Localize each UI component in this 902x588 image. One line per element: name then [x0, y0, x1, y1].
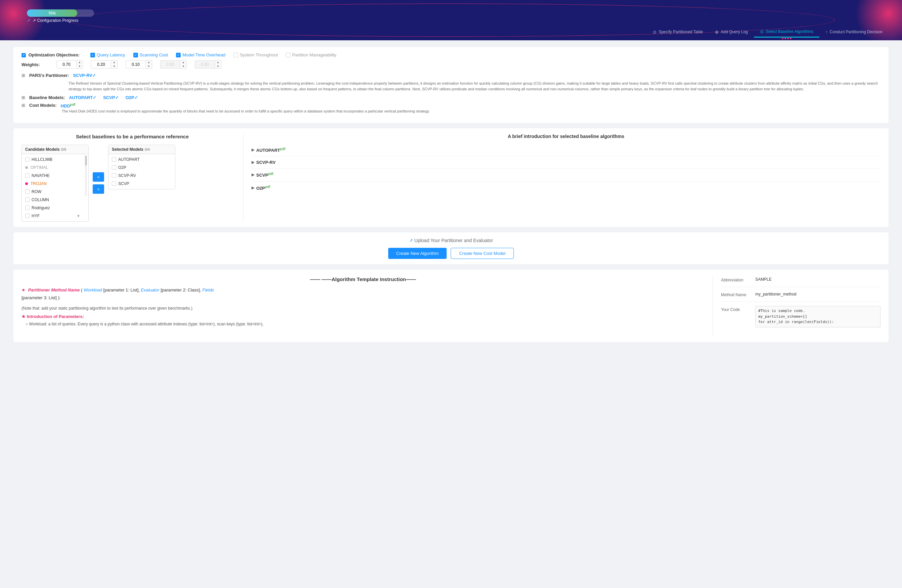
- pars-value: SCVP-RV✓: [73, 73, 96, 78]
- pm-label: Partition Manageability: [292, 52, 337, 58]
- candidate-optimal[interactable]: OPTIMAL: [22, 164, 84, 172]
- autopart-intro-label: AUTOPARTpdf: [256, 147, 285, 153]
- intro-o2p[interactable]: ▶ O2Ppdf: [252, 182, 880, 194]
- weight-2-up[interactable]: ▲: [111, 61, 117, 64]
- o2p-chevron: ▶: [252, 186, 254, 190]
- selection-title: Select baselines to be a performance ref…: [22, 134, 243, 139]
- selected-o2p[interactable]: O2P: [108, 164, 175, 172]
- column-check: [25, 197, 30, 202]
- sel-scvprv-label: SCVP-RV: [118, 173, 136, 178]
- rodriguez-check: [25, 205, 30, 210]
- row-check: [25, 189, 30, 194]
- candidate-list: HILLCLIMB OPTIMAL NAVATHE: [22, 154, 84, 221]
- algo-params-title: ★ Introduction of Parameters:: [22, 314, 705, 319]
- baseline-label: Baseline Models:: [29, 95, 65, 100]
- optimal-dot-circle: [25, 166, 28, 169]
- abbreviation-row: Abbreviation SAMPLE: [721, 276, 880, 287]
- hyf-check: [25, 214, 30, 218]
- nav-step-baseline[interactable]: ◎ Select Baseline Algorithms: [754, 26, 819, 38]
- nav-step-specify[interactable]: ⊙ Specify Partitioned Table: [647, 27, 709, 37]
- create-algorithm-button[interactable]: Create New Algorithm: [388, 248, 446, 259]
- hdd-sup: pdf: [70, 103, 75, 106]
- candidate-trojan[interactable]: TROJAN: [22, 180, 84, 188]
- cost-hdd: HDDpdf: [61, 103, 75, 108]
- scroll-track: [85, 155, 87, 196]
- algo-param-desc: ○ Workload: a list of queries. Every que…: [25, 321, 705, 327]
- weight-3-down[interactable]: ▼: [146, 64, 152, 69]
- navathe-check: [25, 173, 30, 178]
- ql-label: Query Latency: [97, 52, 125, 58]
- dot3: [787, 38, 789, 39]
- candidate-hillclimb[interactable]: HILLCLIMB: [22, 155, 84, 164]
- transfer-left-btn[interactable]: <: [93, 172, 104, 182]
- weight-2-input[interactable]: [91, 61, 111, 69]
- selected-models-box: Selected Models 0/4 AUTOPART O2P: [108, 145, 175, 189]
- param3-text: [parameter 3: List] ):: [22, 295, 60, 300]
- rodriguez-label: Rodriguez: [31, 205, 50, 210]
- create-cost-model-button[interactable]: Create New Cost Model: [451, 248, 514, 259]
- weight-1-input[interactable]: [56, 61, 77, 69]
- weights-label: Weights:: [22, 62, 49, 67]
- weight-2-down[interactable]: ▼: [111, 64, 117, 69]
- navathe-label: NAVATHE: [31, 173, 50, 178]
- intro-scvp[interactable]: ▶ SCVPpdf: [252, 169, 880, 181]
- objectives-label: ✓ Optimization Objectives:: [22, 52, 80, 58]
- selected-scvp[interactable]: SCVP: [108, 180, 175, 188]
- selected-autopart[interactable]: AUTOPART: [108, 155, 175, 164]
- method-name-row: Method Name my_partitioner_method: [721, 291, 880, 302]
- sel-scvp-check: [112, 181, 116, 186]
- candidate-column[interactable]: COLUMN: [22, 196, 84, 204]
- scvp-intro-label: SCVPpdf: [256, 172, 273, 178]
- signature-paren: (: [81, 288, 84, 292]
- intro-autopart[interactable]: ▶ AUTOPARTpdf: [252, 144, 880, 156]
- weight-1-up[interactable]: ▲: [77, 61, 83, 64]
- transfer-right-btn[interactable]: >: [93, 185, 104, 194]
- weight-5-input: [195, 61, 215, 69]
- algo-right-panel: Abbreviation SAMPLE Method Name my_parti…: [713, 276, 880, 335]
- objective-model-time[interactable]: ✓ Model Time Overhead: [176, 52, 226, 58]
- specify-icon: ⊙: [653, 30, 656, 34]
- weight-5-up: ▲: [215, 61, 221, 64]
- method-label: Method Name: [721, 291, 751, 297]
- candidate-row[interactable]: ROW: [22, 188, 84, 196]
- sel-autopart-check: [112, 157, 116, 161]
- dash-left: ——: [310, 276, 320, 282]
- algo-template-title: —— ——Algorithm Template Instruction——: [22, 276, 705, 282]
- abbrev-label: Abbreviation: [721, 276, 751, 282]
- candidate-label: Candidate Models: [25, 147, 60, 152]
- dot1: [782, 38, 783, 39]
- fields-keyword: Fields: [202, 288, 214, 292]
- code-area[interactable]: #This is sample code. my_partition_schem…: [755, 306, 880, 327]
- weight-3-up[interactable]: ▲: [146, 61, 152, 64]
- intro-scvp-rv[interactable]: ▶ SCVP-RV: [252, 156, 880, 169]
- dot4: [790, 38, 791, 39]
- weight-3-input[interactable]: [125, 61, 146, 69]
- scvp-chevron: ▶: [252, 173, 254, 177]
- selected-count: 0/4: [145, 147, 150, 152]
- baseline-autopart: AUTOPART✓: [69, 95, 96, 100]
- trojan-dot-circle: [25, 182, 28, 185]
- objective-query-latency[interactable]: ✓ Query Latency: [90, 52, 125, 58]
- weight-1-down[interactable]: ▼: [77, 64, 83, 69]
- weight-2-spinner: ▲ ▼: [111, 60, 117, 69]
- candidate-scrollbar[interactable]: [84, 154, 88, 221]
- partitioner-method-label: Partitioner Method Name: [28, 288, 80, 292]
- intro-params-label: Introduction of Parameters:: [27, 314, 84, 319]
- nav-step-query[interactable]: ⊕ Add Query Log: [709, 27, 754, 37]
- weight-4-down: ▼: [180, 64, 186, 69]
- selected-label: Selected Models: [112, 147, 143, 152]
- nav-step-conduct[interactable]: ↑ Conduct Partitioning Decision: [819, 27, 889, 37]
- weight-1-spinner: ▲ ▼: [77, 60, 83, 69]
- checkbox-main[interactable]: ✓: [22, 52, 27, 58]
- autopart-chevron: ▶: [252, 148, 254, 152]
- candidate-rodriguez[interactable]: Rodriguez: [22, 204, 84, 212]
- candidate-navathe[interactable]: NAVATHE: [22, 172, 84, 180]
- nav-steps: ⊙ Specify Partitioned Table ⊕ Add Query …: [647, 23, 889, 40]
- candidate-hyf[interactable]: HYF ▼: [22, 212, 84, 220]
- objective-scanning-cost[interactable]: ✓ Scanning Cost: [133, 52, 168, 58]
- transfer-buttons: < >: [93, 172, 104, 194]
- selected-scvp-rv[interactable]: SCVP-RV: [108, 172, 175, 180]
- objective-partition-manage[interactable]: Partition Manageability: [286, 52, 337, 58]
- pars-check: ✓: [92, 73, 96, 78]
- objective-system-throughput[interactable]: System Throughout: [233, 52, 278, 58]
